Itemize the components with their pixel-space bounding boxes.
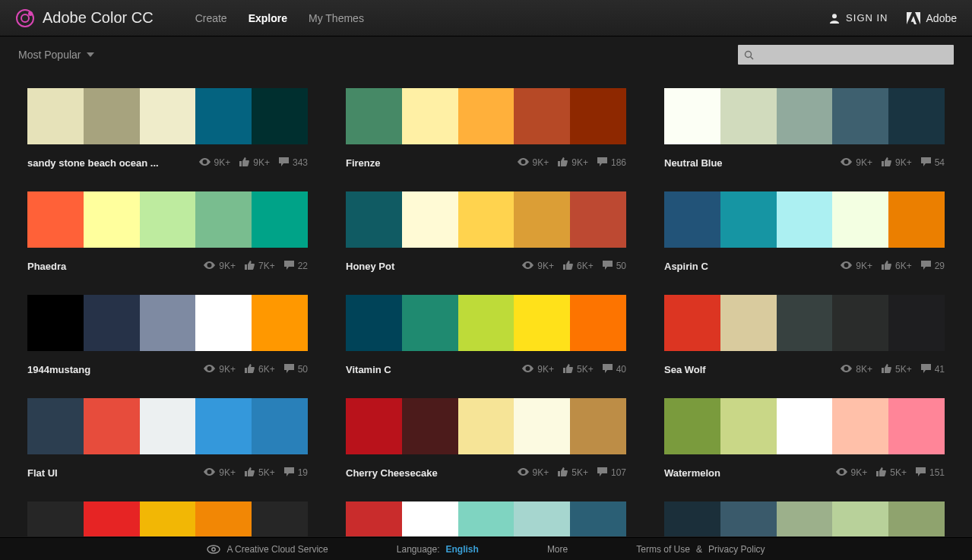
thumb-up-icon — [245, 261, 255, 272]
likes-count: 6K+ — [258, 364, 275, 375]
comment-icon — [284, 364, 294, 375]
comments-stat[interactable]: 19 — [284, 467, 308, 479]
sort-dropdown[interactable]: Most Popular — [18, 49, 94, 61]
comment-icon — [916, 467, 926, 479]
views-count: 9K+ — [851, 467, 868, 478]
adobe-link[interactable]: Adobe — [907, 12, 957, 24]
palette-card[interactable]: Neutral Blue9K+9K+54 — [664, 88, 945, 170]
topbar-right: SIGN IN Adobe — [829, 12, 957, 24]
swatch — [664, 295, 720, 351]
palette-card[interactable]: sandy stone beach ocean ...9K+9K+343 — [27, 88, 308, 170]
views-count: 8K+ — [856, 364, 872, 375]
palette-card[interactable]: Cherry Cheesecake9K+5K+107 — [346, 398, 626, 480]
palette-card[interactable] — [346, 501, 626, 536]
views-count: 9K+ — [533, 467, 549, 478]
comment-icon — [603, 364, 613, 375]
eye-icon — [522, 261, 533, 271]
comments-count: 186 — [611, 157, 626, 168]
palette-meta: sandy stone beach ocean ...9K+9K+343 — [27, 155, 308, 170]
palette-card[interactable]: Flat UI9K+5K+19 — [27, 398, 308, 480]
svg-point-6 — [207, 546, 220, 553]
palette-name: Honey Pot — [346, 261, 513, 272]
comments-count: 19 — [298, 467, 308, 478]
likes-stat[interactable]: 9K+ — [882, 157, 912, 169]
adobe-label: Adobe — [926, 12, 957, 24]
swatch — [570, 295, 626, 351]
comments-count: 41 — [935, 364, 945, 375]
comments-stat[interactable]: 50 — [603, 261, 626, 272]
swatch — [402, 398, 458, 454]
comments-stat[interactable]: 22 — [284, 261, 308, 272]
palette-card[interactable]: Phaedra9K+7K+22 — [27, 191, 308, 274]
nav-create[interactable]: Create — [195, 12, 227, 24]
palette-card[interactable]: Sea Wolf8K+5K+41 — [664, 295, 945, 377]
palette-card[interactable] — [27, 501, 308, 536]
nav-explore[interactable]: Explore — [249, 12, 287, 24]
palette-meta: Sea Wolf8K+5K+41 — [664, 362, 945, 377]
comments-stat[interactable]: 41 — [921, 364, 945, 375]
likes-stat[interactable]: 6K+ — [563, 261, 594, 272]
main-nav: Create Explore My Themes — [195, 12, 364, 24]
lang-value[interactable]: English — [446, 544, 479, 555]
swatch — [832, 398, 888, 454]
likes-stat[interactable]: 7K+ — [245, 261, 275, 272]
likes-stat[interactable]: 5K+ — [245, 467, 275, 479]
views-stat: 8K+ — [841, 364, 872, 375]
palette-meta: Cherry Cheesecake9K+5K+107 — [346, 465, 626, 480]
comments-stat[interactable]: 40 — [603, 364, 626, 375]
palette-card[interactable]: Firenze9K+9K+186 — [346, 88, 626, 170]
terms-link[interactable]: Terms of Use — [636, 544, 690, 555]
amp-text: & — [696, 544, 702, 555]
comments-count: 107 — [611, 467, 626, 478]
likes-stat[interactable]: 9K+ — [558, 157, 588, 169]
topbar: Adobe Color CC Create Explore My Themes … — [0, 0, 972, 36]
views-count: 9K+ — [214, 157, 231, 168]
swatch — [27, 191, 84, 248]
palette-card[interactable] — [664, 501, 945, 536]
app-logo-wrap[interactable]: Adobe Color CC — [15, 8, 154, 28]
eye-icon — [841, 261, 852, 271]
comments-stat[interactable]: 186 — [597, 157, 626, 169]
comments-stat[interactable]: 54 — [921, 157, 945, 169]
comments-stat[interactable]: 151 — [916, 467, 945, 479]
likes-stat[interactable]: 6K+ — [882, 261, 912, 272]
palette-meta: Honey Pot9K+6K+50 — [346, 258, 626, 274]
palette-grid: sandy stone beach ocean ...9K+9K+343Fire… — [0, 73, 972, 536]
likes-stat[interactable]: 9K+ — [239, 157, 270, 169]
swatch — [777, 398, 833, 454]
eye-icon — [836, 467, 847, 478]
comments-count: 343 — [293, 157, 308, 168]
swatch — [720, 88, 777, 144]
comments-stat[interactable]: 29 — [921, 261, 945, 272]
swatch — [458, 398, 514, 454]
comments-stat[interactable]: 107 — [597, 467, 626, 479]
likes-stat[interactable]: 5K+ — [563, 364, 594, 375]
palette-card[interactable]: Vitamin C9K+5K+40 — [346, 295, 626, 377]
palette-name: Sea Wolf — [664, 364, 831, 375]
sort-label: Most Popular — [18, 49, 81, 61]
comments-stat[interactable]: 50 — [284, 364, 308, 375]
palette-name: Aspirin C — [664, 261, 831, 272]
privacy-link[interactable]: Privacy Policy — [708, 544, 765, 555]
nav-mythemes[interactable]: My Themes — [309, 12, 364, 24]
search-box[interactable] — [738, 45, 954, 65]
likes-stat[interactable]: 6K+ — [245, 364, 275, 375]
search-input[interactable] — [758, 49, 948, 61]
signin-button[interactable]: SIGN IN — [829, 12, 888, 24]
palette-card[interactable]: Aspirin C9K+6K+29 — [664, 191, 945, 274]
swatch — [402, 295, 458, 351]
likes-stat[interactable]: 5K+ — [882, 364, 912, 375]
palette-name: sandy stone beach ocean ... — [27, 157, 190, 169]
thumb-up-icon — [882, 364, 891, 375]
likes-stat[interactable]: 5K+ — [558, 467, 588, 479]
footer: A Creative Cloud Service Language: Engli… — [0, 537, 972, 560]
comment-icon — [284, 467, 294, 479]
likes-stat[interactable]: 5K+ — [876, 467, 907, 479]
palette-card[interactable]: Honey Pot9K+6K+50 — [346, 191, 626, 274]
swatch — [402, 501, 458, 536]
palette-card[interactable]: 1944mustang9K+6K+50 — [27, 295, 308, 377]
footer-more[interactable]: More — [547, 544, 568, 555]
comments-count: 22 — [298, 261, 308, 271]
palette-card[interactable]: Watermelon9K+5K+151 — [664, 398, 945, 480]
comments-stat[interactable]: 343 — [279, 157, 308, 169]
